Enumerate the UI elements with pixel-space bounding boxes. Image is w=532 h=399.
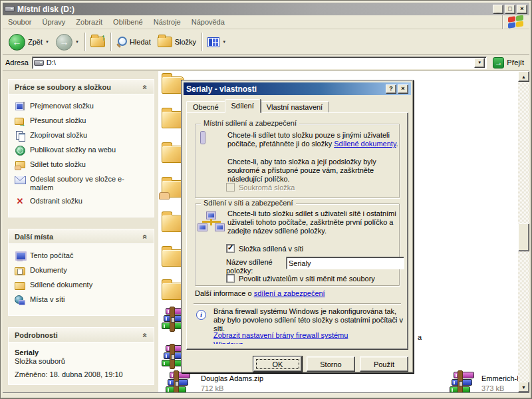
windows-logo <box>502 15 529 29</box>
dialog-close-button[interactable]: × <box>398 84 408 94</box>
scrollbar-thumb[interactable] <box>518 223 529 251</box>
network-sharing-legend: Sdílení v síti a zabezpečení <box>201 199 296 207</box>
vertical-scrollbar[interactable]: ▲ ▼ <box>518 71 529 392</box>
publish-web-icon <box>15 145 25 156</box>
folders-button[interactable]: Složky <box>154 35 200 49</box>
allow-change-files-checkbox[interactable] <box>226 274 235 283</box>
rename-folder-icon <box>15 101 25 112</box>
toolbar-separator <box>201 33 202 51</box>
menu-view[interactable]: Zobrazit <box>70 16 108 28</box>
views-button[interactable]: ▼ <box>204 35 229 49</box>
views-dropdown-icon[interactable]: ▼ <box>222 40 226 44</box>
sidebar-item-network-places[interactable]: Místa v síti <box>15 295 151 305</box>
panel-other-places-header[interactable]: Další místa « <box>8 229 154 243</box>
details-folder-name: Serialy <box>15 348 151 356</box>
minimize-button[interactable]: _ <box>493 5 503 14</box>
search-button[interactable]: Hledat <box>113 35 154 49</box>
scroll-up-button[interactable]: ▲ <box>518 71 529 82</box>
disk-icon <box>5 6 15 12</box>
menu-file[interactable]: Soubor <box>3 16 37 28</box>
file-name[interactable]: Emmerich-Hvezdna_brana.zip <box>481 374 518 382</box>
up-folder-icon: ↑ <box>90 37 105 47</box>
network-computers-icon <box>198 212 225 235</box>
search-icon <box>116 37 127 47</box>
dialog-titlebar: Serialy - vlastnosti ? × <box>184 82 411 95</box>
sidebar-item-email-files[interactable]: Odeslat soubory ve složce e-mailem <box>15 174 151 192</box>
sidebar-item-move-folder[interactable]: Přesunout složku <box>15 116 151 126</box>
back-button[interactable]: ← Zpět ▼ <box>5 32 53 53</box>
up-button[interactable]: ↑ <box>87 35 108 49</box>
back-icon: ← <box>9 34 25 51</box>
tab-sharing[interactable]: Sdílení <box>225 99 261 113</box>
firewall-settings-link[interactable]: Zobrazit nastavení brány firewall systém… <box>213 331 348 340</box>
chevron-up-icon[interactable]: « <box>141 332 150 337</box>
sharing-security-link[interactable]: sdílení a zabezpečení <box>254 289 325 297</box>
sidebar-item-delete-folder[interactable]: ✕ Odstranit složku <box>15 196 151 207</box>
sidebar-item-rename-folder[interactable]: Přejmenovat složku <box>15 101 151 112</box>
share-on-network-checkbox[interactable]: ✓ <box>226 244 235 253</box>
move-folder-icon <box>15 116 25 126</box>
details-folder-type: Složka souborů <box>15 357 151 365</box>
chevron-up-icon[interactable]: « <box>141 84 150 89</box>
close-button[interactable]: × <box>517 5 527 14</box>
forward-icon: → <box>56 34 72 51</box>
file-name[interactable]: Douglas Adams.zip <box>201 374 263 382</box>
archive-icon[interactable] <box>165 372 192 392</box>
window-title: Místní disk (D:) <box>17 5 491 14</box>
panel-details-header[interactable]: Podrobnosti « <box>8 327 154 342</box>
dialog-buttons: OK Storno Použít <box>182 356 408 372</box>
sidebar-item-copy-folder[interactable]: Zkopírovat složku <box>15 130 151 141</box>
go-button[interactable]: → Přejít <box>490 57 527 69</box>
forward-button[interactable]: → ▼ <box>53 32 82 53</box>
address-combobox[interactable]: D:\ ▼ <box>32 57 487 69</box>
archive-icon[interactable] <box>449 372 475 392</box>
back-dropdown-icon[interactable]: ▼ <box>45 40 49 44</box>
sidebar-item-shared-documents[interactable]: Sdílené dokumenty <box>15 280 151 291</box>
firewall-text: Brána firewall systému Windows je nakonf… <box>213 307 409 333</box>
menu-tools[interactable]: Nástroje <box>148 16 186 28</box>
dialog-tabs: Obecné Sdílení Vlastní nastavení <box>186 99 329 113</box>
maximize-button[interactable]: □ <box>505 5 515 14</box>
separator-line <box>194 303 401 305</box>
tab-general[interactable]: Obecné <box>186 101 225 113</box>
checkbox-private-folder: Soukromá složka <box>226 183 295 192</box>
cancel-button[interactable]: Storno <box>307 356 355 372</box>
address-dropdown-button[interactable]: ▼ <box>474 58 485 68</box>
dialog-title: Serialy - vlastnosti <box>186 84 384 94</box>
share-name-input[interactable] <box>286 257 404 269</box>
checkbox-allow-change-files[interactable]: Povolit uživatelům v síti měnit mé soubo… <box>226 274 375 283</box>
sidebar-item-my-computer[interactable]: Tento počítač <box>15 251 151 261</box>
file-size: 373 kB <box>481 384 504 392</box>
network-places-icon <box>15 295 25 305</box>
scroll-down-button[interactable]: ▼ <box>518 382 529 392</box>
window-titlebar: Místní disk (D:) _ □ × <box>3 3 529 15</box>
ok-button[interactable]: OK <box>253 356 302 372</box>
share-name-label: Název sdílené položky: <box>226 258 285 275</box>
email-icon <box>15 174 25 185</box>
private-folder-checkbox <box>226 183 235 192</box>
sidebar-item-documents[interactable]: Dokumenty <box>15 265 151 276</box>
clipped-link-text: Windows <box>213 341 253 344</box>
chevron-up-icon[interactable]: « <box>141 234 150 239</box>
copy-folder-icon <box>15 130 25 141</box>
checkbox-share-on-network[interactable]: ✓ Složka sdílená v síti <box>226 244 303 253</box>
forward-dropdown-icon[interactable]: ▼ <box>75 40 79 44</box>
sidebar-item-share-folder[interactable]: Sdílet tuto složku <box>15 160 151 170</box>
toolbar: ← Zpět ▼ → ▼ ↑ Hledat Složky ▼ <box>3 30 529 55</box>
drive-icon <box>34 60 44 66</box>
dialog-help-button[interactable]: ? <box>386 84 396 94</box>
task-pane-sidebar: Práce se soubory a složkou « Přejmenovat… <box>3 71 158 392</box>
apply-button[interactable]: Použít <box>360 356 408 372</box>
network-sharing-text: Chcete-li tuto složku sdílet s uživateli… <box>227 209 407 235</box>
sidebar-item-publish-web[interactable]: Publikovat složky na webu <box>15 145 151 156</box>
menu-edit[interactable]: Úpravy <box>37 16 70 28</box>
menu-help[interactable]: Nápověda <box>186 16 230 28</box>
toolbar-separator <box>84 33 85 51</box>
file-size: 712 kB <box>201 384 223 392</box>
shared-documents-icon <box>15 280 25 291</box>
details-modified: Změněno: 18. dubna 2008, 19:10 <box>15 370 151 378</box>
panel-file-tasks-header[interactable]: Práce se soubory a složkou « <box>8 79 154 94</box>
menu-favorites[interactable]: Oblíbené <box>108 16 148 28</box>
shared-documents-link[interactable]: Sdílené dokumenty <box>334 140 396 148</box>
tab-customize[interactable]: Vlastní nastavení <box>260 101 329 113</box>
